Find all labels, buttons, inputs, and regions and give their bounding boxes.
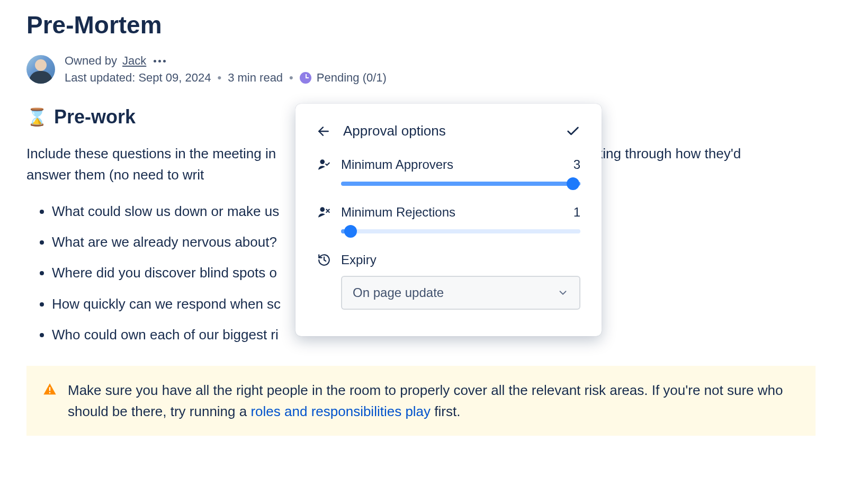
read-time-text: 3 min read bbox=[228, 71, 283, 85]
page-meta: Owned by Jack Last updated: Sept 09, 202… bbox=[26, 54, 816, 85]
section-heading-text: Pre-work bbox=[54, 106, 136, 128]
pending-status-text: Pending (0/1) bbox=[317, 71, 387, 85]
confirm-button[interactable] bbox=[566, 124, 580, 139]
page-title: Pre-Mortem bbox=[26, 11, 816, 39]
expiry-label: Expiry bbox=[341, 253, 377, 267]
more-actions-icon[interactable] bbox=[151, 58, 168, 65]
svg-rect-0 bbox=[49, 387, 50, 391]
owner-avatar[interactable] bbox=[26, 55, 55, 84]
svg-rect-1 bbox=[49, 392, 50, 393]
min-rejections-label: Minimum Rejections bbox=[341, 205, 564, 220]
warning-text: Make sure you have all the right people … bbox=[68, 380, 800, 422]
min-rejections-row: Minimum Rejections 1 bbox=[317, 205, 580, 238]
person-x-icon bbox=[317, 205, 332, 219]
approval-options-popover: Approval options Minimum Approvers 3 bbox=[295, 104, 602, 336]
back-button[interactable] bbox=[317, 124, 330, 138]
expiry-selected-value: On page update bbox=[353, 285, 444, 300]
roles-responsibilities-link[interactable]: roles and responsibilities play bbox=[250, 403, 431, 419]
expiry-select[interactable]: On page update bbox=[341, 276, 580, 310]
meta-separator: • bbox=[217, 71, 221, 85]
min-approvers-row: Minimum Approvers 3 bbox=[317, 157, 580, 190]
meta-separator: • bbox=[289, 71, 293, 85]
svg-point-4 bbox=[320, 207, 325, 212]
min-approvers-label: Minimum Approvers bbox=[341, 157, 564, 172]
owner-link[interactable]: Jack bbox=[122, 54, 146, 68]
min-rejections-slider[interactable] bbox=[341, 225, 580, 238]
person-check-icon bbox=[317, 158, 332, 172]
hourglass-icon: ⌛ bbox=[26, 109, 48, 125]
popover-title: Approval options bbox=[343, 123, 446, 139]
expiry-row: Expiry On page update bbox=[317, 253, 580, 310]
min-approvers-value: 3 bbox=[574, 157, 580, 172]
approval-status-button[interactable]: Pending (0/1) bbox=[300, 71, 387, 85]
last-updated-text: Last updated: Sept 09, 2024 bbox=[65, 71, 211, 85]
min-rejections-value: 1 bbox=[574, 205, 580, 220]
warning-icon bbox=[42, 382, 57, 403]
chevron-down-icon bbox=[557, 287, 569, 299]
history-icon bbox=[317, 253, 332, 267]
owned-by-label: Owned by bbox=[65, 54, 117, 68]
clock-icon bbox=[300, 72, 311, 84]
warning-panel: Make sure you have all the right people … bbox=[26, 366, 816, 436]
min-approvers-slider[interactable] bbox=[341, 177, 580, 190]
svg-point-3 bbox=[320, 159, 325, 164]
